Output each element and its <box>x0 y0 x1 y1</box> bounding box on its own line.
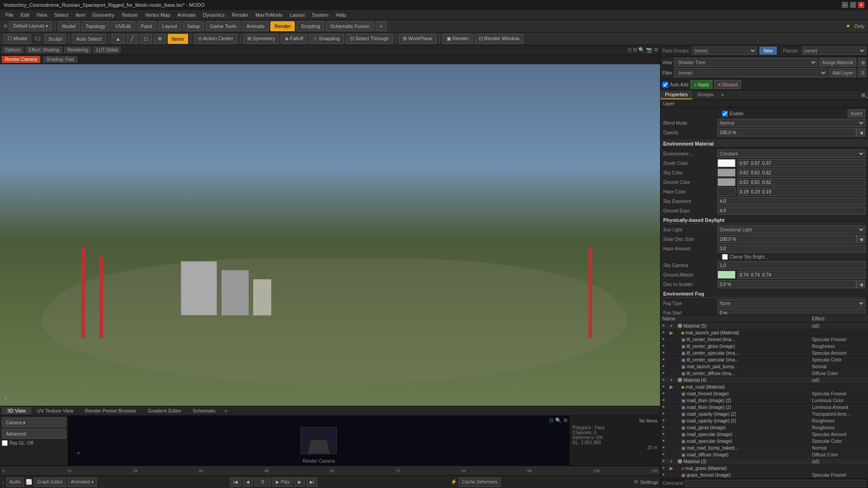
menu-help[interactable]: Help <box>332 11 350 19</box>
preview-icon-3[interactable]: ⚙ <box>563 418 568 423</box>
model-mode-button[interactable]: ☐ Model <box>4 34 31 44</box>
tree-tll-center-specular1[interactable]: ● ▣ tll_center_specular (Ima... Specular… <box>660 350 868 357</box>
env-type-select[interactable]: Constant <box>717 150 865 158</box>
fog-start-input[interactable] <box>717 309 865 314</box>
menu-dynamics[interactable]: Dynamics <box>199 11 228 19</box>
haze-color-swatch[interactable] <box>717 188 736 196</box>
tree-tll-center-gloss[interactable]: ● ▣ tll_center_gloss (Image) Roughness <box>660 343 868 350</box>
sky-exponent-input[interactable] <box>717 197 865 205</box>
vis-icon-rg[interactable]: ● <box>662 425 668 430</box>
haze-color-input[interactable] <box>737 188 865 196</box>
vis-icon-cg[interactable]: ● <box>662 343 668 349</box>
sky-color-swatch[interactable] <box>717 169 736 177</box>
ground-color-input[interactable] <box>737 178 865 186</box>
rendering-tab[interactable]: Rendering <box>64 47 91 53</box>
zenith-color-swatch[interactable] <box>717 159 736 167</box>
ground-color-swatch[interactable] <box>717 178 736 186</box>
render-button[interactable]: ▣ Render <box>443 34 473 44</box>
sculpt-button[interactable]: Sculpt <box>44 34 66 44</box>
next-frame-button[interactable]: ▶ <box>295 478 305 487</box>
menu-file[interactable]: File <box>2 11 17 19</box>
menu-view[interactable]: View <box>33 11 51 19</box>
tab-3d-view[interactable]: 3D View <box>2 407 32 414</box>
auto-add-checkbox[interactable] <box>662 82 668 88</box>
mode-scripting[interactable]: Scripting <box>297 21 324 31</box>
vis-icon-cf[interactable]: ● <box>662 337 668 342</box>
vis-icon-cs1[interactable]: ● <box>662 350 668 356</box>
clamp-sky-checkbox[interactable] <box>722 254 728 260</box>
toggle-grass[interactable]: ▶ <box>669 465 674 471</box>
sky-gamma-input[interactable] <box>717 261 865 269</box>
options-tab[interactable]: Options <box>2 47 24 53</box>
raygl-checkbox[interactable] <box>2 440 8 446</box>
apply-button[interactable]: ✓ Apply <box>690 80 712 89</box>
vis-icon-rd[interactable]: ● <box>662 452 668 457</box>
shader-full-button[interactable]: S <box>858 68 866 77</box>
render-window-button[interactable]: ⊡ Render Window <box>475 34 524 44</box>
symmetry-button[interactable]: ⊞ Symmetry <box>243 34 279 44</box>
prop-panel-expand[interactable]: ⊞ <box>861 90 865 99</box>
select-through-button[interactable]: ⊡ Select Through <box>346 34 393 44</box>
advanced-dropdown[interactable]: Advanced <box>2 429 66 439</box>
vis-icon-cs2[interactable]: ● <box>662 357 668 362</box>
menu-animate[interactable]: Animate <box>174 11 199 19</box>
timeline-track[interactable]: 0 12 24 36 48 60 72 84 96 108 120 <box>1 467 659 475</box>
tree-material-3[interactable]: ● Material (3) (all) <box>660 458 868 465</box>
tree-mat-road[interactable]: ● ▶ ■ mat_road (Material) <box>660 384 868 390</box>
mode-game-tools[interactable]: Game Tools <box>206 21 241 31</box>
menu-item[interactable]: Item <box>72 11 89 19</box>
shading-fast-tab[interactable]: Shading: Fast <box>43 56 77 63</box>
toggle-launch[interactable]: ▶ <box>669 330 674 335</box>
tree-road-opacity1[interactable]: ● ▣ road_opacity (Image) (2) Transparent… <box>660 411 868 418</box>
opacity-slider-btn[interactable]: ◀ <box>856 128 865 136</box>
toggle-mat4[interactable] <box>669 377 674 383</box>
default-layouts-button[interactable]: Default Layouts ▾ <box>9 21 52 31</box>
menu-vertex-map[interactable]: Vertex Map <box>142 11 174 19</box>
vis-icon-lb[interactable]: ● <box>662 364 668 369</box>
vis-icon-rs1[interactable]: ● <box>662 432 668 437</box>
items-button[interactable]: Items <box>168 34 188 44</box>
mode-schematic[interactable]: Schematic Fusion <box>326 21 373 31</box>
add-mode-button[interactable]: + <box>376 21 387 31</box>
mode-topology[interactable]: Topology <box>81 21 109 31</box>
vis-icon-launch[interactable]: ● <box>662 330 668 335</box>
prop-tab-groups[interactable]: Groups <box>693 90 718 99</box>
preview-icon-2[interactable]: 🔍 <box>555 418 561 423</box>
menu-render[interactable]: Render <box>228 11 252 19</box>
toggle-mat3[interactable] <box>669 459 674 464</box>
3d-viewport[interactable]: + <box>0 64 660 406</box>
menu-layout[interactable]: Layout <box>286 11 308 19</box>
haze-amount-input[interactable] <box>717 244 865 253</box>
prev-frame-button[interactable]: ◀ <box>243 478 253 487</box>
audio-button[interactable]: Audio <box>6 478 24 487</box>
close-button[interactable]: ✕ <box>858 2 864 8</box>
vis-icon-rf[interactable]: ● <box>662 391 668 396</box>
menu-geometry[interactable]: Geometry <box>89 11 118 19</box>
tree-road-opacity2[interactable]: ● ▣ road_opacity (Image) (2) Roughness <box>660 418 868 424</box>
play-button[interactable]: ▶ Play <box>273 478 292 487</box>
enable-checkbox[interactable] <box>722 111 728 117</box>
preview-icon-1[interactable]: ⊡ <box>549 418 553 423</box>
minimize-button[interactable]: ─ <box>842 2 848 8</box>
shader-view-select[interactable]: Shader Tree <box>674 58 817 67</box>
vis-icon-ri2[interactable]: ● <box>662 404 668 410</box>
solar-disc-input[interactable] <box>717 235 856 243</box>
sky-color-input[interactable] <box>737 169 865 177</box>
vert-select[interactable]: ▲ <box>112 34 125 44</box>
opacity-input[interactable] <box>717 128 856 136</box>
menu-system[interactable]: System <box>308 11 332 19</box>
falloff-button[interactable]: ◈ Falloff <box>281 34 307 44</box>
vis-icon-mat3[interactable]: ● <box>662 459 668 464</box>
animated-button[interactable]: Animated ▾ <box>68 478 97 487</box>
snapping-button[interactable]: ⊹ Snapping <box>309 34 344 44</box>
command-input[interactable] <box>685 480 866 487</box>
action-center-button[interactable]: ⊙ Action Center <box>194 34 237 44</box>
new-pass-button[interactable]: New <box>760 47 777 55</box>
prop-panel-collapse[interactable]: _ <box>865 90 868 99</box>
tree-tll-center-fresnel[interactable]: ● ▣ tll_center_fresnel (Ima... Specular … <box>660 336 868 343</box>
item-select[interactable]: ⊕ <box>154 34 166 44</box>
mode-render[interactable]: Render <box>270 21 295 31</box>
tree-road-specular2[interactable]: ● ▣ road_specular (Image) Specular Color <box>660 438 868 445</box>
tree-road-illum2[interactable]: ● ▣ road_illum (Image) (2) Luminous Amou… <box>660 404 868 411</box>
vis-icon-cd[interactable]: ● <box>662 371 668 376</box>
